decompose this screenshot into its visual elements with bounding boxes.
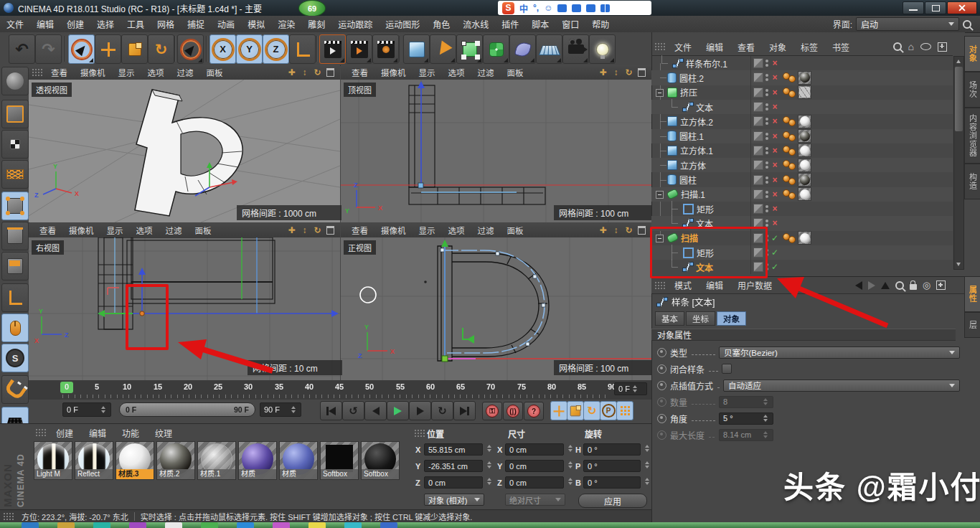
- restore-button[interactable]: [925, 1, 946, 14]
- key-pla-toggle[interactable]: [616, 401, 633, 420]
- menu-window[interactable]: 窗口: [555, 18, 585, 30]
- add-panel-icon[interactable]: [938, 42, 947, 52]
- add-camera-button[interactable]: [562, 34, 589, 64]
- tree-item-selected[interactable]: 扫描 ✓: [651, 231, 953, 245]
- collapse-icon[interactable]: [656, 89, 664, 97]
- render-settings-button[interactable]: [372, 34, 399, 64]
- goto-start-button[interactable]: [320, 401, 342, 420]
- size-x-field[interactable]: 0 cm: [505, 443, 564, 456]
- tree-item[interactable]: 圆柱.1 ×: [651, 129, 953, 143]
- vp-menu-filter[interactable]: 过滤: [159, 225, 189, 236]
- menu-mesh[interactable]: 网格: [151, 18, 181, 30]
- vp-menu-display[interactable]: 显示: [413, 225, 442, 236]
- vp-menu-view[interactable]: 查看: [44, 67, 74, 78]
- vp-menu-filter[interactable]: 过滤: [471, 225, 501, 236]
- menu-file[interactable]: 文件: [0, 18, 30, 30]
- add-spline-button[interactable]: [430, 34, 456, 64]
- zoom-view-icon[interactable]: ↕: [299, 225, 310, 236]
- polygons-mode-button[interactable]: [1, 252, 29, 280]
- windows-taskbar[interactable]: [0, 522, 980, 528]
- key-position-toggle[interactable]: [550, 401, 567, 420]
- add-panel-icon[interactable]: [936, 280, 946, 290]
- interface-dropdown[interactable]: 启动: [856, 17, 959, 31]
- size-mode-dropdown[interactable]: 绝对尺寸: [505, 494, 565, 506]
- material-tag[interactable]: [798, 71, 811, 85]
- sculpt-mode-button[interactable]: [1, 67, 29, 95]
- lock-z-axis-button[interactable]: Z: [263, 34, 289, 64]
- render-picture-viewer-button[interactable]: [346, 34, 372, 64]
- workplane-mode-button[interactable]: [1, 160, 29, 189]
- material-tag[interactable]: [798, 129, 811, 143]
- material-thumb[interactable]: 材质: [238, 441, 277, 480]
- taskbar-icon[interactable]: [93, 522, 110, 528]
- tree-item[interactable]: 样条布尔.1 ×: [651, 56, 953, 70]
- lock-x-axis-button[interactable]: X: [209, 34, 236, 64]
- viewport-right-canvas[interactable]: Y Z X: [29, 237, 340, 380]
- taskbar-icon[interactable]: [22, 522, 39, 528]
- zoom-view-icon[interactable]: ↕: [611, 67, 621, 78]
- tab-object[interactable]: 对象: [717, 311, 746, 326]
- add-mograph-button[interactable]: [483, 34, 509, 64]
- layer-box-icon[interactable]: [753, 262, 763, 272]
- am-menu-edit[interactable]: 编辑: [699, 279, 730, 291]
- lang-chinese-icon[interactable]: 中: [519, 2, 528, 14]
- menu-sculpt[interactable]: 雕刻: [301, 18, 331, 30]
- menu-script[interactable]: 脚本: [525, 18, 555, 30]
- loop-button[interactable]: ↻: [431, 401, 453, 420]
- material-thumb[interactable]: Softbox: [320, 441, 359, 480]
- menu-pipeline[interactable]: 流水线: [456, 18, 495, 30]
- material-thumb-selected[interactable]: 材质.3: [116, 441, 154, 480]
- sogou-input-toolbar[interactable]: S 中 °, ☺: [498, 1, 651, 15]
- vp-menu-options[interactable]: 选项: [130, 225, 159, 236]
- parent-up-icon[interactable]: [881, 282, 890, 289]
- maximize-view-icon[interactable]: [325, 67, 336, 78]
- rotate-view-icon[interactable]: ↻: [312, 67, 323, 78]
- snap-toggle-button[interactable]: S: [1, 344, 29, 372]
- redo-button[interactable]: ↷: [35, 34, 62, 64]
- phong-tag-icon[interactable]: [783, 146, 796, 156]
- phong-tag-icon[interactable]: [783, 72, 796, 82]
- drag-handle-icon[interactable]: [35, 428, 47, 437]
- rotate-view-icon[interactable]: ↻: [623, 225, 634, 236]
- material-thumb[interactable]: Softbox: [361, 441, 400, 480]
- taskbar-icon[interactable]: [237, 522, 254, 528]
- phong-tag-icon[interactable]: [783, 233, 796, 243]
- key-rotation-toggle[interactable]: ↻: [583, 401, 600, 420]
- material-tag[interactable]: [798, 159, 811, 172]
- size-y-field[interactable]: 0 cm: [505, 460, 564, 472]
- collapse-icon[interactable]: [656, 191, 664, 199]
- move-tool[interactable]: [95, 34, 121, 64]
- om-menu-file[interactable]: 文件: [667, 41, 699, 53]
- tree-item[interactable]: 圆柱 ×: [651, 172, 953, 187]
- key-scale-toggle[interactable]: [567, 401, 584, 420]
- tree-item[interactable]: 文本 ×: [651, 100, 953, 114]
- taskbar-icon[interactable]: [273, 522, 290, 528]
- lock-y-axis-button[interactable]: Y: [236, 34, 263, 64]
- layer-box-icon[interactable]: [753, 204, 763, 214]
- dock-tab-takes[interactable]: 场次: [964, 72, 980, 108]
- am-menu-mode[interactable]: 模式: [667, 279, 699, 291]
- mic-icon[interactable]: [557, 4, 567, 12]
- dock-tab-structure[interactable]: 构造: [964, 164, 980, 199]
- menu-motion-tracker[interactable]: 运动跟踪: [331, 18, 379, 30]
- taskbar-icon[interactable]: [201, 522, 218, 528]
- layer-box-icon[interactable]: [753, 88, 763, 98]
- layer-box-icon[interactable]: [753, 160, 763, 170]
- start-frame-field[interactable]: 0 F: [62, 402, 111, 417]
- menu-edit[interactable]: 编辑: [30, 18, 60, 30]
- menu-tools[interactable]: 工具: [121, 18, 151, 30]
- om-menu-view[interactable]: 查看: [730, 41, 762, 53]
- pan-view-icon[interactable]: ✚: [286, 67, 297, 78]
- add-deformer-button[interactable]: [509, 34, 536, 64]
- skin-icon[interactable]: [586, 4, 595, 12]
- menu-character[interactable]: 角色: [426, 18, 456, 30]
- vp-menu-display[interactable]: 显示: [100, 225, 130, 236]
- pan-view-icon[interactable]: ✚: [286, 225, 297, 236]
- end-frame-field[interactable]: 90 F: [260, 402, 301, 417]
- add-environment-button[interactable]: [536, 34, 562, 64]
- vp-menu-panel[interactable]: 面板: [501, 225, 530, 236]
- menu-render[interactable]: 渲染: [271, 18, 301, 30]
- emoji-icon[interactable]: ☺: [544, 3, 552, 13]
- key-parameter-toggle[interactable]: P: [600, 401, 617, 420]
- material-thumb[interactable]: 材质: [279, 441, 318, 480]
